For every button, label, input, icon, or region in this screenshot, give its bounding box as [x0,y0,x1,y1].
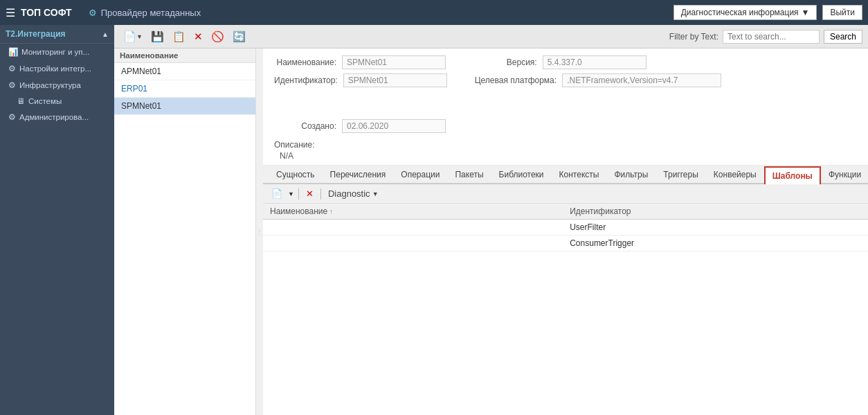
tab-perechisleniya[interactable]: Перечисления [323,166,394,183]
sub-new-button[interactable]: 📄 [269,187,285,200]
sub-content: 📄 ▼ ✕ Diagnostic ▼ [263,184,868,415]
table-row[interactable]: UserFilter [263,220,868,236]
search-button[interactable]: Search [824,30,862,44]
sub-delete-button[interactable]: ✕ [303,187,316,200]
sidebar-monitoring-icon: 📊 [8,47,18,57]
refresh-button[interactable]: 🔄 [229,28,249,45]
list-item-spmnet01[interactable]: SPMNet01 [114,98,255,115]
sidebar-collapse-icon[interactable]: ▲ [102,30,109,38]
sidebar-infrastructure-icon: ⚙ [8,80,16,90]
page-title-area: ⚙ Провайдер метаданных [89,8,201,18]
version-value: 5.4.337.0 [543,55,647,69]
sidebar-item-infrastructure[interactable]: ⚙ Инфраструктура [0,77,114,94]
sidebar-title: Т2.Интеграция [6,29,66,39]
tab-funktsii[interactable]: Функции [821,166,868,183]
logout-button[interactable]: Выйти [822,5,862,20]
row-0-identifier: UserFilter [563,220,868,236]
delete-button[interactable]: ✕ [190,28,206,45]
tab-triggery[interactable]: Триггеры [655,166,706,183]
diag-chevron-icon: ▼ [802,8,810,17]
list-panel: Наименование APMNet01 ERP01 SPMNet01 [114,48,256,415]
top-bar: ☰ ТОП СОФТ ⚙ Провайдер метаданных Диагно… [0,0,868,25]
diagnostics-label: Диагностическая информация [681,8,799,17]
name-value: SPMNet01 [342,55,446,69]
tab-pakety[interactable]: Пакеты [447,166,491,183]
form-section: Наименование: SPMNet01 Идентификатор: SP… [263,48,868,166]
new-button[interactable]: 📄▼ [120,28,146,45]
sub-diagnostic-button[interactable]: Diagnostic ▼ [325,187,381,200]
row-1-identifier: ConsumerTrigger [563,236,868,251]
sub-new-dropdown-icon[interactable]: ▼ [288,191,294,197]
sidebar-settings-icon: ⚙ [8,64,16,73]
list-item-apmnet01[interactable]: APMNet01 [114,63,255,80]
brand-label: ТОП СОФТ [21,7,72,18]
cancel-button[interactable]: 🚫 [208,28,228,45]
version-label: Версия: [475,58,537,67]
copy-button[interactable]: 📋 [169,28,189,45]
table-row[interactable]: ConsumerTrigger [263,236,868,251]
tab-operatsii[interactable]: Операции [393,166,447,183]
diagnostics-button[interactable]: Диагностическая информация ▼ [673,5,817,20]
sidebar-header: Т2.Интеграция ▲ [0,25,114,44]
created-label: Создано: [274,121,336,131]
sidebar-systems-icon: 🖥 [17,97,25,105]
resize-handle[interactable]: ⋮ [256,48,263,415]
save-button[interactable]: 💾 [147,28,168,45]
tab-konteksty[interactable]: Контексты [552,166,607,183]
split-area: Наименование APMNet01 ERP01 SPMNet01 ⋮ Н… [114,48,868,415]
id-value: SPMNet01 [343,73,447,87]
col-header-name[interactable]: Наименование [263,204,563,220]
created-value: 02.06.2020 [342,119,446,133]
tab-biblioteki[interactable]: Библиотеки [491,166,552,183]
col-header-identifier[interactable]: Идентификатор [563,204,868,220]
data-table: Наименование Идентификатор UserFilter [263,204,868,415]
content-area: 📄▼ 💾 📋 ✕ 🚫 🔄 Filter by Text: Search Наим… [114,25,868,415]
sub-diagnostic-label: Diagnostic [328,188,370,199]
menu-icon[interactable]: ☰ [6,6,15,19]
page-title-icon: ⚙ [89,8,97,18]
sidebar-sub-infrastructure: 🖥 Системы [0,94,114,109]
row-0-name [263,220,563,236]
tab-sushnost[interactable]: Сущность [269,166,323,183]
sub-toolbar: 📄 ▼ ✕ Diagnostic ▼ [263,184,868,204]
platform-label: Целевая платформа: [475,76,557,85]
tabs-bar: Сущность Перечисления Операции Пакеты Би… [263,166,868,184]
sidebar-infrastructure-label: Инфраструктура [19,81,81,89]
list-panel-header: Наименование [114,48,255,63]
search-input[interactable] [723,30,820,44]
sidebar-admin-label: Администрирова... [19,113,89,121]
tab-shablony[interactable]: Шаблоны [764,166,821,184]
tab-konveinery[interactable]: Конвейеры [706,166,764,183]
sidebar-monitoring-label: Мониторинг и уп... [21,48,89,56]
platform-value: .NETFramework,Version=v4.7 [562,73,721,87]
sidebar-systems-label: Системы [28,97,62,105]
main-layout: Т2.Интеграция ▲ 📊 Мониторинг и уп... ⚙ Н… [0,25,868,415]
sidebar-item-admin[interactable]: ⚙ Администрирова... [0,109,114,125]
tab-filtry[interactable]: Фильтры [606,166,655,183]
desc-value: N/A [274,151,857,161]
sub-diagnostic-dropdown-icon: ▼ [372,191,379,197]
id-label: Идентификатор: [274,76,338,85]
sidebar-admin-icon: ⚙ [8,112,16,122]
page-title-text: Провайдер метаданных [101,8,201,18]
name-label: Наименование: [274,58,336,67]
sidebar-item-settings[interactable]: ⚙ Настройки интегр... [0,60,114,77]
sidebar-settings-label: Настройки интегр... [19,64,91,73]
list-item-erp01[interactable]: ERP01 [114,80,255,98]
filter-label: Filter by Text: [669,32,718,42]
sidebar-item-systems[interactable]: 🖥 Системы [6,94,114,109]
detail-panel: Наименование: SPMNet01 Идентификатор: SP… [263,48,868,415]
sidebar-item-monitoring[interactable]: 📊 Мониторинг и уп... [0,44,114,60]
row-1-name [263,236,563,251]
sidebar: Т2.Интеграция ▲ 📊 Мониторинг и уп... ⚙ Н… [0,25,114,415]
desc-label: Описание: [274,140,857,150]
